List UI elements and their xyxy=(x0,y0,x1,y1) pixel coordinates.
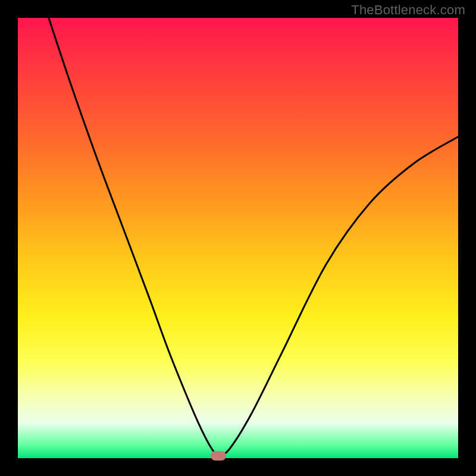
chart-frame: TheBottleneck.com xyxy=(0,0,476,476)
plot-area xyxy=(18,18,458,458)
curve-svg xyxy=(18,18,458,458)
bottleneck-curve xyxy=(49,18,458,456)
watermark-label: TheBottleneck.com xyxy=(351,2,465,18)
min-marker xyxy=(211,451,226,461)
